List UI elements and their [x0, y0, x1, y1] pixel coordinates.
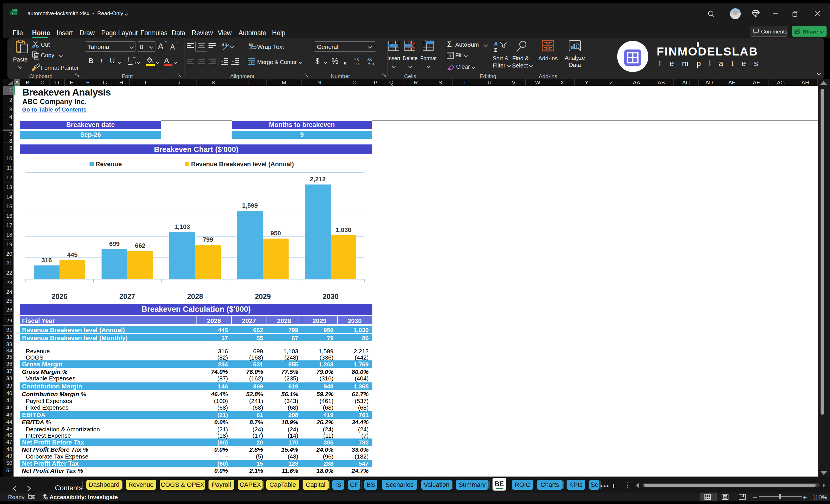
svg-text:Z: Z: [494, 47, 498, 53]
svg-text:x: x: [11, 11, 13, 15]
svg-text:.00: .00: [353, 62, 359, 66]
svg-text:ab: ab: [222, 42, 227, 47]
svg-text:0: 0: [357, 57, 359, 62]
svg-text:.00: .00: [367, 57, 372, 62]
svg-text:0: 0: [372, 62, 374, 66]
svg-text:A: A: [494, 41, 498, 46]
svg-text:c: c: [249, 46, 251, 51]
svg-text:ab: ab: [249, 42, 253, 46]
